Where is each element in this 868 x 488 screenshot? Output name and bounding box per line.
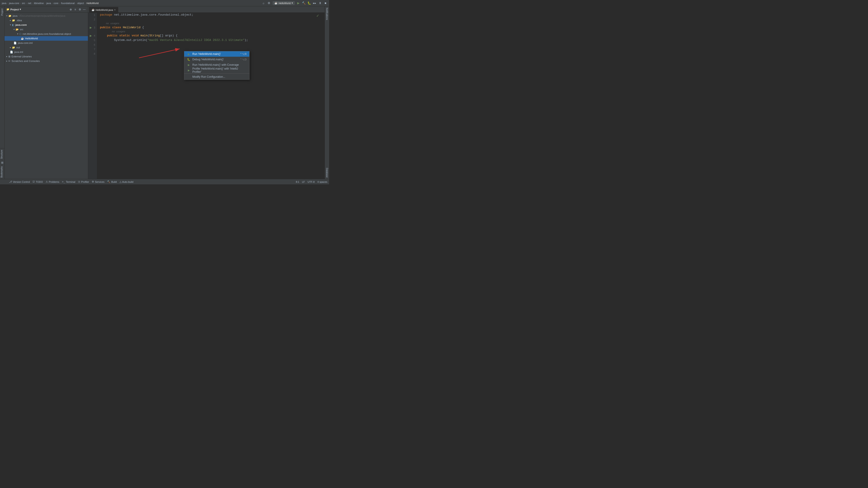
editor-tab-helloworld[interactable]: ☕ HelloWorld.java ✕ [89,7,118,12]
bottom-tab-services[interactable]: ⚙ Services [92,180,104,183]
line-3: ▶ 3 [94,25,95,30]
run-config-icon: ☕ [274,2,278,4]
line-6: 6 [94,42,95,47]
code-line-5: System .out.println( "macOS Ventura &Jav… [100,38,322,42]
top-bar: java › java-core › src › net › ittimelin… [0,0,329,6]
top-bar-right: ⌕ ⚙ ☕ HelloWorld ▾ ▶ 🔨 🐛 ▸▸ ⏸ ■ [262,1,327,5]
tab-label: HelloWorld.java [96,8,113,11]
sidebar-tab-project[interactable]: Project [0,7,4,17]
project-panel-header: 📁 Project ▾ ⊕ ≡ ⚙ — [4,6,88,13]
settings-icon[interactable]: ⚙ [267,1,271,5]
main-layout: Project 📁 Project ▾ ⊕ ≡ ⚙ — ▾ 📁 java ~/D… [0,6,329,179]
collapse-icon[interactable]: ≡ [73,8,77,11]
tree-item-scratches[interactable]: ▸ ✏ Scratches and Consoles [4,59,88,63]
locate-icon[interactable]: ⊕ [69,8,72,11]
breadcrumb: java › java-core › src › net › ittimelin… [2,2,98,4]
settings-panel-icon[interactable]: ⚙ [78,8,82,11]
profiler-bottom-icon: ◷ [78,180,80,183]
bottom-tab-terminal[interactable]: >_ Terminal [62,180,75,183]
code-editor[interactable]: 1 2 ▶ 3 ▶ 4 5 6 7 8 [88,13,324,179]
line-2: 2 [94,17,95,22]
folder-icon: 📁 [12,19,15,22]
indent-info: 4 spaces [317,181,327,183]
menu-item-run[interactable]: ▶ Run 'HelloWorld.main()' ⌃⌥R [184,51,249,57]
search-icon[interactable]: ⌕ [262,1,266,5]
code-line-4: public static void main ( String [] args… [100,33,322,38]
hint-no-usages-2: no usages [100,30,322,33]
pause-button[interactable]: ⏸ [318,1,322,5]
tree-item-java[interactable]: ▾ 📁 java ~/Documents/projects/java/ittim… [4,13,88,18]
version-control-icon: ⎇ [9,180,12,183]
folder-icon: 📁 [6,8,9,11]
tree-item-helloworld[interactable]: ☕ HelloWorld [4,36,88,41]
code-content[interactable]: package net.ittimeline.java.core.foundat… [97,13,324,179]
bottom-tab-profiler[interactable]: ◷ Profiler [78,180,89,183]
bookmarks-tab[interactable]: Bookmarks [0,165,3,179]
editor-area: ☕ HelloWorld.java ✕ 1 2 ▶ 3 ▶ 4 [88,6,324,179]
bottom-tab-problems[interactable]: ⚠ Problems [46,180,59,183]
modify-config-icon [187,75,191,78]
menu-item-profiler[interactable]: ▶ Profile 'HelloWorld.main()' with 'Inte… [184,68,249,73]
menu-item-coverage[interactable]: ▶ Run 'HelloWorld.main()' with Coverage [184,62,249,68]
run-config[interactable]: ☕ HelloWorld ▾ [273,1,295,5]
tree-item-java-core[interactable]: ▾ ◧ java-core [4,23,88,27]
panel-toolbar: ⊕ ≡ ⚙ — [69,8,86,11]
services-icon: ⚙ [92,180,94,183]
tab-close-button[interactable]: ✕ [114,8,116,11]
close-panel-icon[interactable]: — [83,8,86,11]
file-valid-checkmark: ✓ [316,13,319,18]
auto-build-icon: △ [120,180,121,183]
bottom-tab-build[interactable]: 🔨 Build [107,180,117,183]
terminal-icon: >_ [62,180,65,183]
file-icon: 📄 [10,51,13,54]
more-run-options[interactable]: ▸▸ [313,1,316,5]
line-7: 7 [94,47,95,52]
tree-item-idea[interactable]: ▸ 📁 .idea [4,18,88,23]
right-tab-database[interactable]: Database [325,166,329,179]
expand-arrow: ▾ [10,24,11,26]
build-bottom-icon: 🔨 [107,180,110,183]
run-config-chevron: ▾ [291,2,293,4]
expand-arrow: ▾ [6,15,7,17]
menu-item-modify-config[interactable]: Modify Run Configuration... [184,74,249,79]
folder-icon: 📂 [16,28,19,31]
expand-arrow: ▸ [6,55,7,58]
tree-item-out[interactable]: ▸ 📁 out [4,45,88,50]
bottom-tab-auto-build[interactable]: △ Auto-build [120,180,133,183]
run-gutter-icon-4[interactable]: ▶ [90,34,92,37]
run-button[interactable]: ▶ [297,1,300,5]
code-line-7 [100,47,322,52]
library-icon: ⊞ [8,55,10,58]
code-line-2 [100,17,322,22]
right-tab-notifications[interactable]: Notifications [325,6,329,21]
debug-button[interactable]: 🐛 [307,1,311,5]
structure-icon[interactable]: ⊞ [0,160,4,165]
expand-arrow: ▸ [6,60,7,62]
bottom-tab-todo[interactable]: ☑ TODO [33,180,43,183]
tree-item-package[interactable]: ▾ ⬡ net.ittimeline.java.core.foundationa… [4,32,88,36]
debug-menu-icon: 🐛 [187,58,191,61]
tree-item-java-core-iml[interactable]: 📄 java-core.iml [4,41,88,45]
code-line-1: package net.ittimeline.java.core.foundat… [100,13,322,17]
line-1: 1 [94,13,95,17]
todo-icon: ☑ [33,180,35,183]
file-icon: 📄 [13,41,17,44]
project-panel: 📁 Project ▾ ⊕ ≡ ⚙ — ▾ 📁 java ~/Documents… [4,6,88,179]
expand-arrow: ▾ [13,28,15,31]
run-gutter-icon[interactable]: ▶ [90,26,92,29]
bottom-tab-version-control[interactable]: ⎇ Version Control [9,180,30,183]
stop-button[interactable]: ■ [324,1,327,5]
project-tree: ▾ 📁 java ~/Documents/projects/java/ittim… [4,13,88,179]
menu-item-debug[interactable]: 🐛 Debug 'HelloWorld.main()' ⌃⌥D [184,57,249,62]
cursor-position: 8:1 [296,181,299,183]
tree-item-src[interactable]: ▾ 📂 src [4,27,88,32]
profiler-menu-icon: ▶ [187,68,191,72]
run-config-label: HelloWorld [278,2,291,4]
build-button[interactable]: 🔨 [302,1,306,5]
tree-item-java-iml[interactable]: 📄 java.iml [4,50,88,54]
coverage-menu-icon: ▶ [187,63,191,67]
tree-item-external-libraries[interactable]: ▸ ⊞ External Libraries [4,54,88,59]
structure-tab[interactable]: Structure [0,149,3,160]
project-chevron[interactable]: ▾ [20,8,21,11]
scratches-icon: ✏ [8,60,10,63]
